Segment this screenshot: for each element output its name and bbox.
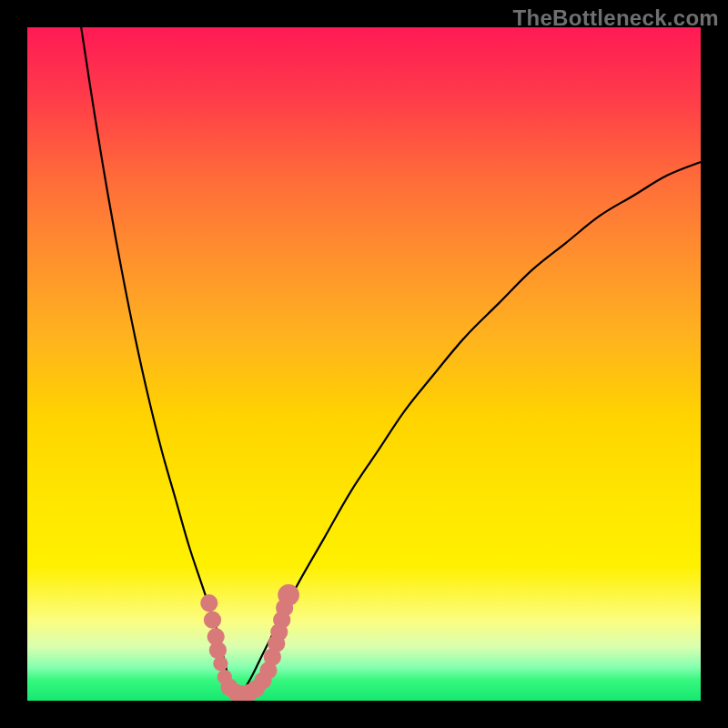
chart-svg (27, 27, 701, 701)
data-marker (213, 656, 228, 671)
chart-frame: TheBottleneck.com (0, 0, 728, 728)
data-marker (209, 642, 227, 659)
curve-group (81, 27, 701, 701)
data-marker (278, 584, 299, 606)
plot-area (27, 27, 701, 701)
data-marker (204, 612, 221, 629)
watermark-text: TheBottleneck.com (513, 5, 719, 31)
right-branch-curve (236, 162, 701, 701)
data-marker (200, 594, 217, 612)
marker-group (200, 584, 299, 701)
